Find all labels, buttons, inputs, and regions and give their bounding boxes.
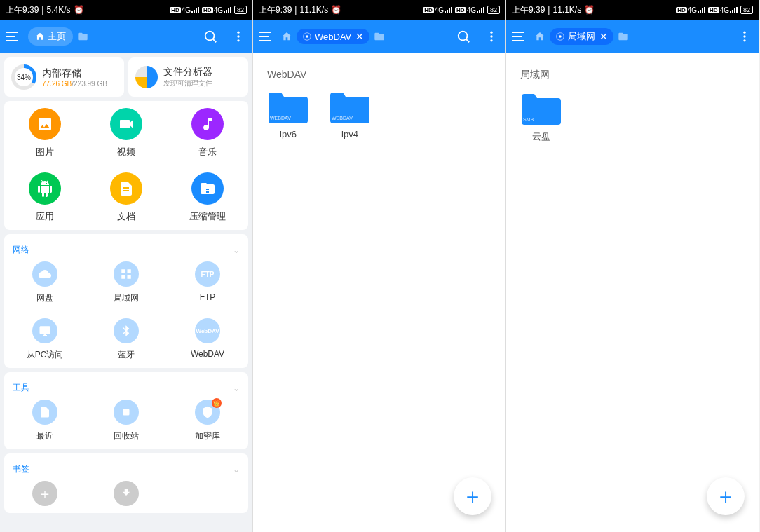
close-tab-button[interactable]: ✕ [355,31,364,42]
alarm-icon: ⏰ [584,5,595,15]
chevron-down-icon: ⌄ [233,383,240,393]
section-bookmarks-header[interactable]: 书签 ⌄ [4,461,248,481]
svg-rect-5 [121,269,125,273]
bookmark-download[interactable] [86,481,167,506]
svg-rect-6 [128,269,131,273]
search-button[interactable] [455,28,472,45]
svg-rect-9 [123,409,130,416]
add-button[interactable]: ＋ [707,477,745,515]
folder-icon: SMB [520,91,562,125]
breadcrumb: 主页 [28,27,196,46]
close-tab-button[interactable]: ✕ [599,31,608,42]
more-button[interactable] [230,28,247,45]
storage-title: 内部存储 [42,67,117,80]
svg-point-3 [237,35,239,37]
menu-button[interactable] [512,28,529,45]
battery-icon: 82 [234,6,247,14]
chevron-down-icon: ⌄ [233,245,240,255]
storage-card[interactable]: 34% 内部存储 77.26 GB/223.99 GB [4,57,124,97]
svg-line-12 [466,39,470,43]
folder-icon [618,31,629,42]
tool-recent[interactable]: 最近 [4,400,86,442]
svg-point-2 [237,32,239,34]
panel-home: 上午9:39 | 5.4K/s ⏰ HD4G HD4G 82 主页 [0,0,253,532]
tool-recycle[interactable]: 回收站 [86,400,167,442]
panel-webdav: 上午9:39|11.1K/s⏰ HD4G HD4G 82 WebDAV ✕ We… [253,0,506,532]
analyzer-card[interactable]: 文件分析器 发现可清理文件 [128,57,248,97]
pie-icon [135,66,158,88]
panel-lan: 上午9:39|11.1K/s⏰ HD4G HD4G 82 局域网 ✕ 局域网 [506,0,759,532]
folder-icon: WEBDAV [329,90,371,123]
svg-point-16 [559,35,562,38]
menu-button[interactable] [259,28,276,45]
add-button[interactable]: ＋ [454,477,491,515]
alarm-icon: ⏰ [74,5,84,15]
category-archives[interactable]: 压缩管理 [167,172,248,223]
tool-encrypted[interactable]: 👑加密库 [167,400,248,442]
network-cloud[interactable]: 网盘 [4,261,86,304]
category-docs[interactable]: 文档 [86,172,167,223]
status-time: 上午9:39 [6,4,39,16]
network-bluetooth[interactable]: 蓝牙 [86,318,167,361]
more-button[interactable] [736,28,753,45]
search-button[interactable] [202,28,219,45]
more-button[interactable] [483,28,500,45]
folder-ipv6[interactable]: WEBDAV ipv6 [267,90,309,139]
status-bar: 上午9:39|11.1K/s⏰ HD4G HD4G 82 [506,0,759,20]
folder-icon [374,31,385,42]
folder-cloud[interactable]: SMB 云盘 [520,91,562,143]
network-webdav[interactable]: WebDAVWebDAV [167,318,248,361]
breadcrumb-home[interactable]: 主页 [28,27,73,46]
page-title: 局域网 [510,57,754,87]
home-icon[interactable] [281,31,292,42]
status-bar: 上午9:39 | 5.4K/s ⏰ HD4G HD4G 82 [0,0,252,20]
svg-point-13 [490,32,492,34]
page-title: WebDAV [257,57,501,86]
svg-point-10 [306,35,308,38]
breadcrumb-webdav[interactable]: WebDAV ✕ [297,29,369,44]
svg-rect-8 [121,275,125,279]
network-lan[interactable]: 局域网 [86,261,167,304]
crown-badge-icon: 👑 [212,398,222,408]
svg-point-17 [743,32,745,34]
svg-point-18 [743,35,745,37]
status-bar: 上午9:39|11.1K/s⏰ HD4G HD4G 82 [253,0,505,20]
category-videos[interactable]: 视频 [86,108,167,158]
network-ftp[interactable]: FTPFTP [167,261,248,304]
status-speed: 5.4K/s [46,5,70,15]
svg-line-1 [213,39,217,43]
folder-ipv4[interactable]: WEBDAV ipv4 [329,90,371,139]
folder-icon [77,31,88,42]
menu-button[interactable] [6,28,22,45]
category-music[interactable]: 音乐 [167,108,248,158]
svg-point-0 [205,32,215,41]
section-tools-header[interactable]: 工具 ⌄ [4,379,248,400]
storage-ring-icon: 34% [11,64,36,90]
category-pictures[interactable]: 图片 [4,108,86,158]
alarm-icon: ⏰ [331,5,341,15]
home-icon[interactable] [534,31,545,42]
svg-rect-7 [128,275,131,279]
chevron-down-icon: ⌄ [233,465,240,475]
svg-point-15 [490,39,492,41]
broadcast-icon [555,32,565,41]
svg-point-4 [237,39,239,41]
home-icon [35,32,45,41]
broadcast-icon [302,32,312,41]
network-pc[interactable]: 从PC访问 [4,318,86,361]
folder-icon: WEBDAV [267,90,309,123]
category-apps[interactable]: 应用 [4,172,86,223]
bookmark-add[interactable]: ＋ [4,481,86,506]
svg-point-14 [490,35,492,37]
toolbar: 主页 [0,20,252,53]
svg-point-19 [743,39,745,41]
section-network-header[interactable]: 网络 ⌄ [4,241,248,261]
breadcrumb-lan[interactable]: 局域网 ✕ [550,28,613,45]
svg-point-11 [459,32,468,41]
